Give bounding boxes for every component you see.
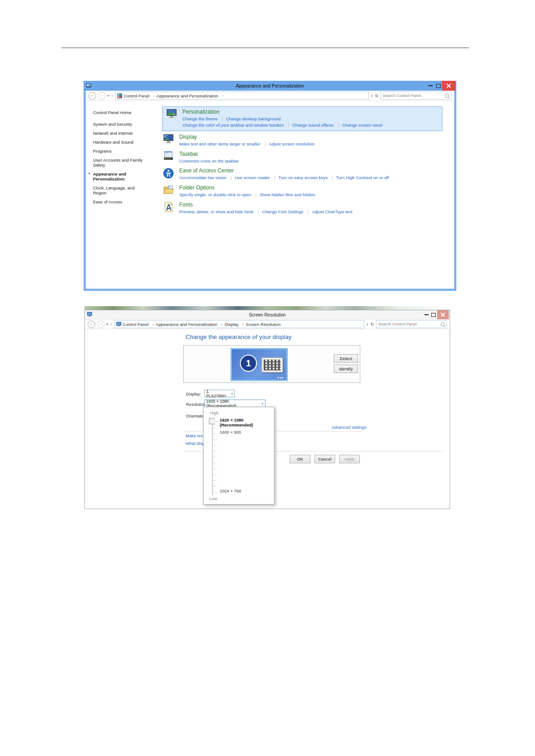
category-title-taskbar[interactable]: Taskbar	[179, 151, 239, 157]
resolution-option-1024x768[interactable]: 1024 × 768	[220, 488, 241, 493]
sidebar-item-clock-language-region[interactable]: Clock, Language, and Region	[93, 185, 143, 195]
identify-button[interactable]: Identify	[334, 365, 358, 373]
sidebar-item-control-panel-home[interactable]: Control Panel Home	[93, 110, 143, 115]
screen-resolution-content: Change the appearance of your display 1 …	[85, 329, 450, 509]
resolution-dropdown-panel: High 1920 × 1080 (Recommended) 1600 × 90…	[203, 407, 274, 505]
title-bar: Appearance and Personalization	[84, 81, 456, 91]
fonts-icon[interactable]	[163, 202, 174, 213]
link-change-color-taskbar-borders[interactable]: Change the color of your taskbar and win…	[182, 123, 284, 127]
breadcrumb-appearance-personalization[interactable]: Appearance and Personalization	[150, 322, 217, 327]
link-turn-on-easy-access-keys[interactable]: Turn on easy access keys	[271, 175, 327, 180]
sidebar-item-user-accounts[interactable]: User Accounts and Family Safety	[93, 158, 143, 167]
window-title: Appearance and Personalization	[84, 83, 456, 88]
resolution-option-selected[interactable]: 1920 × 1080 (Recommended)	[220, 418, 274, 427]
display-select[interactable]: 1. PLX2780H ∨	[204, 390, 235, 397]
category-title-personalization[interactable]: Personalization	[182, 109, 383, 115]
link-change-font-settings[interactable]: Change Font Settings	[255, 209, 303, 214]
refresh-icon[interactable]: ↻	[371, 322, 374, 327]
link-customize-taskbar-icons[interactable]: Customize icons on the taskbar	[179, 158, 239, 163]
folder-options-icon[interactable]	[163, 185, 174, 195]
manual-page: Appearance and Personalization ← → ▾ ↑	[0, 0, 535, 756]
category-title-folder-options[interactable]: Folder Options	[179, 185, 315, 191]
minimize-button[interactable]	[423, 314, 430, 315]
link-change-the-theme[interactable]: Change the theme	[182, 116, 217, 121]
breadcrumb-control-panel[interactable]: Control Panel	[124, 93, 150, 98]
sidebar-item-system-security[interactable]: System and Security	[93, 122, 143, 127]
link-single-double-click[interactable]: Specify single- or double-click to open	[179, 192, 251, 197]
forward-button[interactable]: →	[98, 92, 106, 100]
breadcrumb-display[interactable]: Display	[219, 322, 239, 327]
resolution-option-1600x900[interactable]: 1600 × 900	[220, 430, 241, 435]
link-preview-delete-fonts[interactable]: Preview, delete, or show and hide fonts	[179, 209, 253, 214]
minimize-icon	[424, 314, 429, 315]
breadcrumb: Control Panel Appearance and Personaliza…	[115, 92, 369, 100]
address-dropdown-icon[interactable]: ∨	[371, 94, 373, 98]
personalization-icon[interactable]	[166, 109, 177, 119]
link-use-screen-reader[interactable]: Use screen reader	[227, 175, 270, 180]
back-button[interactable]: ←	[88, 321, 95, 328]
category-fonts: Fonts Preview, delete, or show and hide …	[163, 202, 442, 215]
category-title-ease-of-access-center[interactable]: Ease of Access Center	[179, 167, 389, 174]
cancel-button[interactable]: Cancel	[314, 455, 335, 463]
breadcrumb: Control Panel Appearance and Personaliza…	[114, 320, 364, 328]
sidebar-item-ease-of-access[interactable]: Ease of Access	[93, 199, 143, 204]
detect-button[interactable]: Detect	[334, 354, 358, 363]
close-button[interactable]	[442, 81, 455, 91]
link-adjust-screen-resolution[interactable]: Adjust screen resolution	[261, 141, 314, 146]
window-body: ← → ▾ ↑ Control Panel Appearance and Per…	[86, 91, 454, 289]
apply-button[interactable]: Apply	[339, 455, 360, 463]
up-button[interactable]: ↑	[111, 93, 113, 98]
slider-ticks	[213, 422, 217, 494]
link-accommodate-low-vision[interactable]: Accommodate low vision	[179, 175, 226, 180]
up-button[interactable]: ↑	[110, 322, 112, 327]
link-change-sound-effects[interactable]: Change sound effects	[285, 123, 334, 127]
sidebar-item-network-internet[interactable]: Network and Internet	[93, 131, 143, 136]
category-folder-options: Folder Options Specify single- or double…	[163, 185, 442, 198]
sidebar-item-hardware-sound[interactable]: Hardware and Sound	[93, 140, 143, 145]
recent-pages-icon[interactable]: ▾	[106, 322, 108, 326]
sidebar-item-programs[interactable]: Programs	[93, 149, 143, 154]
refresh-icon[interactable]: ↻	[375, 93, 379, 98]
minimize-button[interactable]	[427, 85, 434, 86]
breadcrumb-appearance-personalization[interactable]: Appearance and Personalization	[151, 93, 218, 98]
link-show-hidden-files[interactable]: Show hidden files and folders	[252, 192, 315, 197]
monitor-preview[interactable]: 1	[230, 348, 288, 381]
slider-low-label: Low	[209, 496, 217, 501]
search-placeholder: Search Control Panel	[383, 93, 445, 98]
back-button[interactable]: ←	[88, 92, 96, 100]
search-icon	[441, 322, 445, 326]
display-icon[interactable]	[163, 134, 174, 144]
maximize-button[interactable]	[430, 313, 437, 317]
recent-pages-icon[interactable]: ▾	[107, 94, 109, 98]
category-title-fonts[interactable]: Fonts	[179, 202, 352, 208]
close-icon	[447, 84, 451, 88]
link-change-desktop-background[interactable]: Change desktop background	[219, 116, 281, 121]
ease-of-access-icon[interactable]	[163, 168, 174, 179]
link-turn-high-contrast[interactable]: Turn High Contrast on or off	[329, 175, 389, 180]
link-make-text-larger-smaller[interactable]: Make text and other items larger or smal…	[179, 141, 261, 146]
search-input[interactable]: Search Control Panel	[376, 320, 447, 328]
category-title-display[interactable]: Display	[179, 134, 314, 140]
maximize-icon	[436, 84, 441, 88]
ok-button[interactable]: OK	[290, 455, 310, 463]
chevron-down-icon: ∨	[260, 402, 264, 405]
link-adjust-cleartype[interactable]: Adjust ClearType text	[305, 209, 353, 214]
search-placeholder: Search Control Panel	[378, 322, 441, 326]
address-bar: ← → ▾ ↑ Control Panel Appearance and Per…	[86, 91, 454, 101]
maximize-button[interactable]	[434, 84, 442, 88]
breadcrumb-screen-resolution[interactable]: Screen Resolution	[240, 322, 281, 327]
address-dropdown-icon[interactable]: ∨	[366, 322, 369, 326]
sidebar-item-appearance-personalization[interactable]: Appearance and Personalization	[93, 171, 143, 181]
forward-button[interactable]: →	[97, 321, 105, 328]
breadcrumb-control-panel[interactable]: Control Panel	[123, 322, 149, 327]
advanced-settings-link[interactable]: Advanced settings	[332, 425, 367, 430]
search-input[interactable]: Search Control Panel	[380, 92, 451, 100]
page-header-rule	[62, 48, 469, 48]
link-change-screen-saver[interactable]: Change screen saver	[335, 123, 383, 127]
close-icon	[441, 312, 445, 317]
close-button[interactable]	[437, 310, 449, 319]
category-personalization: Personalization Change the theme Change …	[166, 109, 438, 128]
taskbar-icon[interactable]	[163, 151, 174, 161]
monitor-dots	[282, 377, 283, 378]
resolution-select[interactable]: 1920 × 1080 (Recommended) ∨	[204, 400, 265, 407]
